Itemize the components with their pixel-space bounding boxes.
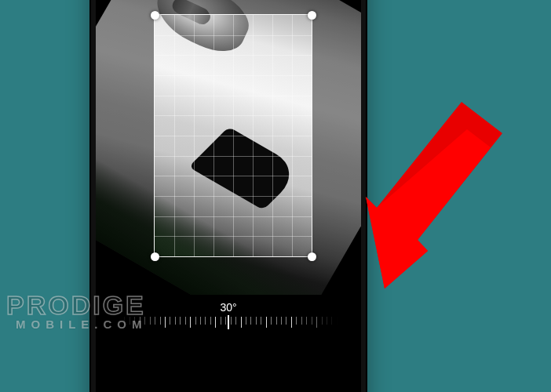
svg-marker-4: [366, 129, 491, 289]
crop-handle-top-left[interactable]: [151, 11, 159, 20]
expand-icon[interactable]: [257, 389, 279, 392]
editor-toolbar: Auto: [96, 383, 361, 392]
crop-handle-top-right[interactable]: [308, 11, 316, 20]
aspect-ratio-icon[interactable]: [158, 389, 180, 392]
photo-canvas[interactable]: [96, 0, 361, 295]
watermark: PRODIGE MOBILE.COM: [6, 290, 148, 331]
watermark-line1: PRODIGE: [6, 290, 148, 321]
screen: 30° Auto: [96, 0, 361, 392]
phone-frame: 30° Auto: [91, 0, 366, 392]
watermark-line2: MOBILE.COM: [16, 318, 148, 331]
crop-rectangle[interactable]: [154, 14, 312, 257]
ruler-center-indicator: [228, 315, 229, 329]
svg-marker-3: [366, 102, 502, 289]
crop-handle-bottom-right[interactable]: [308, 252, 316, 261]
crop-content: [155, 15, 312, 256]
rotate-icon[interactable]: [207, 389, 229, 392]
crop-handle-bottom-left[interactable]: [151, 252, 159, 261]
